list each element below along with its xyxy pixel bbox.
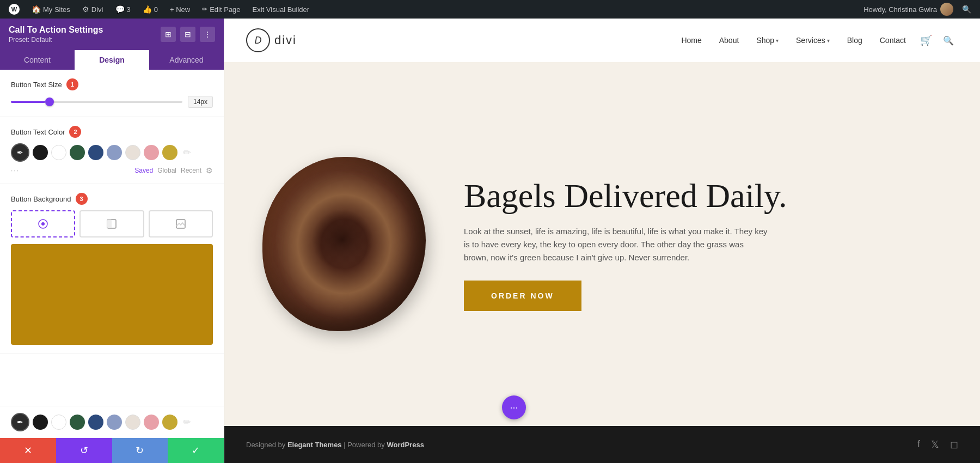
recent-link[interactable]: Recent	[181, 167, 201, 174]
floating-action-button[interactable]: ···	[502, 395, 526, 419]
logo-icon: D	[246, 28, 270, 52]
expand-icon[interactable]: ⊞	[161, 27, 176, 42]
tab-advanced[interactable]: Advanced	[149, 50, 224, 70]
hero-image-container	[257, 146, 431, 342]
user-avatar	[940, 3, 953, 16]
bg-color-option[interactable]	[11, 210, 75, 237]
bottom-color-light-blue[interactable]	[107, 415, 122, 430]
color-dark-green[interactable]	[70, 145, 85, 160]
bagel-image	[262, 157, 426, 331]
services-chevron-icon: ▾	[827, 38, 830, 44]
hero-content: Bagels Delivered Daily. Look at the suns…	[464, 177, 947, 311]
footer-social-icons: f 𝕏 ◻	[917, 438, 958, 450]
my-sites-button[interactable]: 🏠 My Sites	[27, 0, 75, 19]
color-pink[interactable]	[144, 145, 159, 160]
panel-header-text: Call To Action Settings Preset: Default	[9, 25, 103, 44]
text-size-slider-track[interactable]	[11, 101, 182, 103]
tab-content[interactable]: Content	[0, 50, 75, 70]
saved-row: ··· Saved Global Recent ⚙	[11, 166, 213, 175]
color-gold[interactable]	[162, 145, 177, 160]
exit-builder-button[interactable]: Exit Visual Builder	[248, 0, 314, 19]
bottom-color-dark-blue[interactable]	[88, 415, 103, 430]
color-dark-blue[interactable]	[88, 145, 103, 160]
site-menu: Home About Shop ▾ Services ▾ Blog Contac…	[673, 30, 958, 51]
panel-tabs: Content Design Advanced	[0, 50, 224, 70]
button-text-color-label: Button Text Color 2	[11, 126, 213, 138]
color-black[interactable]	[33, 145, 48, 160]
bottom-pencil-icon[interactable]: ✏	[181, 416, 193, 428]
redo-button[interactable]: ↻	[112, 438, 168, 463]
tab-design[interactable]: Design	[75, 50, 149, 70]
comments-button[interactable]: 💬 3	[111, 0, 135, 19]
bottom-color-dark-green[interactable]	[70, 415, 85, 430]
shop-chevron-icon: ▾	[776, 38, 779, 44]
color-white[interactable]	[51, 145, 66, 160]
panel-body: Button Text Size 1 14px Button Text Colo…	[0, 70, 224, 406]
save-button[interactable]: ✓	[168, 438, 224, 463]
bottom-color-beige[interactable]	[125, 415, 140, 430]
text-color-row: ✒ ✏	[11, 143, 213, 162]
admin-bar-right: Howdy, Christina Gwira 🔍	[863, 3, 976, 16]
hero-section: Bagels Delivered Daily. Look at the suns…	[224, 62, 980, 426]
eyedropper-icon[interactable]: ✒	[11, 143, 29, 162]
bottom-color-row: ✒ ✏	[11, 413, 213, 431]
color-light-blue[interactable]	[107, 145, 122, 160]
columns-icon[interactable]: ⊟	[180, 27, 195, 42]
svg-point-1	[41, 222, 45, 226]
wp-admin-bar: W 🏠 My Sites ⚙ Divi 💬 3 👍 0 + New ✏ Edit…	[0, 0, 980, 19]
facebook-icon[interactable]: f	[917, 438, 920, 450]
new-button[interactable]: + New	[166, 0, 194, 19]
svg-rect-3	[107, 220, 112, 228]
nav-services[interactable]: Services ▾	[788, 32, 837, 49]
color-pencil-icon[interactable]: ✏	[181, 147, 193, 159]
color-light-beige[interactable]	[125, 145, 140, 160]
panel-title: Call To Action Settings	[9, 25, 103, 35]
slider-thumb[interactable]	[45, 98, 54, 106]
nav-search-icon[interactable]: 🔍	[939, 31, 958, 50]
admin-search-icon[interactable]: 🔍	[958, 5, 976, 14]
nav-contact[interactable]: Contact	[872, 32, 914, 49]
order-now-button[interactable]: ORDER NOW	[464, 281, 581, 311]
step-3-badge: 3	[76, 193, 88, 205]
cancel-button[interactable]: ✕	[0, 438, 56, 463]
bg-gradient-option[interactable]	[79, 210, 144, 237]
instagram-icon[interactable]: ◻	[950, 438, 958, 450]
button-text-size-section: Button Text Size 1 14px	[0, 70, 224, 117]
reactions-button[interactable]: 👍 0	[138, 0, 162, 19]
twitter-icon[interactable]: 𝕏	[931, 438, 939, 450]
button-text-size-label: Button Text Size 1	[11, 78, 213, 90]
logo-text: divi	[274, 33, 297, 47]
button-background-section: Button Background 3	[0, 184, 224, 354]
nav-home[interactable]: Home	[673, 32, 709, 49]
step-1-badge: 1	[66, 78, 78, 90]
text-size-value[interactable]: 14px	[188, 96, 213, 108]
bottom-color-pink[interactable]	[144, 415, 159, 430]
undo-button[interactable]: ↺	[56, 438, 112, 463]
website-preview: D divi Home About Shop ▾ Services ▾ Blog…	[224, 19, 980, 463]
nav-about[interactable]: About	[712, 32, 747, 49]
settings-panel: Call To Action Settings Preset: Default …	[0, 19, 224, 463]
step-2-badge: 2	[69, 126, 81, 138]
expand-dots[interactable]: ···	[11, 167, 20, 174]
button-text-color-section: Button Text Color 2 ✒ ✏ ···	[0, 117, 224, 184]
bottom-color-gold[interactable]	[162, 415, 177, 430]
wp-logo-button[interactable]: W	[4, 0, 24, 19]
bottom-color-black[interactable]	[33, 415, 48, 430]
saved-link[interactable]: Saved	[134, 167, 153, 174]
nav-shop[interactable]: Shop ▾	[749, 32, 786, 49]
more-options-icon[interactable]: ⋮	[200, 27, 215, 42]
site-name-button[interactable]: ⚙ Divi	[78, 0, 108, 19]
hero-title: Bagels Delivered Daily.	[464, 177, 947, 214]
bg-image-option[interactable]	[149, 210, 213, 237]
cart-icon[interactable]: 🛒	[916, 30, 936, 51]
nav-blog[interactable]: Blog	[840, 32, 870, 49]
global-link[interactable]: Global	[157, 167, 176, 174]
background-type-options	[11, 210, 213, 237]
panel-preset: Preset: Default	[9, 36, 103, 44]
edit-page-button[interactable]: ✏ Edit Page	[198, 0, 244, 19]
bottom-eyedropper-icon[interactable]: ✒	[11, 413, 29, 431]
bottom-color-white[interactable]	[51, 415, 66, 430]
site-footer: Designed by Elegant Themes | Powered by …	[224, 426, 980, 463]
main-area: Call To Action Settings Preset: Default …	[0, 19, 980, 463]
color-settings-gear[interactable]: ⚙	[206, 166, 213, 175]
